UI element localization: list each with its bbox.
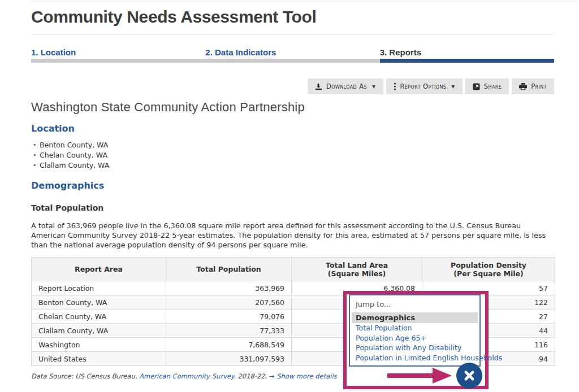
share-icon (473, 83, 480, 90)
page-title: Community Needs Assessment Tool (31, 7, 316, 27)
chevron-down-icon: ▼ (372, 84, 376, 89)
step-progress-bar (31, 59, 554, 63)
column-header-report-area: Report Area (32, 258, 166, 281)
top-divider (31, 1, 577, 2)
download-as-label: Download As (326, 82, 367, 90)
total-population-heading: Total Population (31, 203, 103, 212)
dropdown-item-population-disability[interactable]: Population with Any Disability (350, 343, 479, 353)
close-button[interactable] (456, 363, 482, 389)
title-divider (31, 34, 554, 35)
cell-population: 79,076 (166, 310, 292, 324)
report-options-label: Report Options (400, 82, 447, 90)
cell-report-area: Report Location (32, 281, 166, 295)
column-header-total-population: Total Population (166, 258, 292, 281)
show-more-details-link[interactable]: Show more details (275, 372, 337, 380)
data-source-text: Data Source: US Census Bureau, (31, 372, 139, 380)
location-list: Benton County, WA Chelan County, WA Clal… (33, 140, 109, 171)
cell-population: 363,969 (166, 281, 292, 295)
demographics-section-heading: Demographics (31, 180, 104, 191)
printer-icon (519, 83, 527, 90)
location-section-heading: Location (31, 123, 75, 134)
chevron-down-icon: ▼ (451, 84, 455, 89)
cell-report-area: Washington (32, 338, 166, 352)
community-needs-assessment-page: Community Needs Assessment Tool 1. Locat… (0, 0, 579, 392)
step-tabs: 1. Location 2. Data Indicators 3. Report… (31, 47, 554, 57)
location-list-item: Clallam County, WA (33, 160, 109, 171)
arrow-right-icon: → (269, 372, 275, 380)
cell-report-area: Benton County, WA (32, 295, 166, 310)
population-summary-paragraph: A total of 363,969 people live in the 6,… (31, 221, 556, 250)
dropdown-item-population-age-65[interactable]: Population Age 65+ (350, 333, 479, 343)
share-label: Share (484, 82, 502, 90)
dropdown-item-limited-english[interactable]: Population in Limited English Households (350, 353, 479, 363)
table-header-row: Report Area Total Population Total Land … (32, 258, 555, 281)
column-header-population-density: Population Density(Per Square Mile) (422, 258, 555, 281)
cell-report-area: United States (32, 352, 166, 366)
location-list-item: Benton County, WA (33, 140, 109, 150)
acs-link[interactable]: American Community Survey (139, 372, 234, 380)
download-as-button[interactable]: Download As ▼ (308, 79, 383, 94)
kebab-menu-icon (394, 82, 396, 90)
cell-population: 207,560 (166, 295, 292, 310)
jump-to-placeholder: Jump to... (350, 295, 479, 312)
close-icon (464, 370, 475, 381)
location-list-item: Chelan County, WA (33, 150, 109, 160)
dropdown-selected-demographics[interactable]: Demographics (352, 312, 478, 323)
share-button[interactable]: Share (465, 79, 509, 94)
cell-report-area: Clallam County, WA (32, 324, 166, 338)
jump-to-highlight-popup: Jump to... Demographics Total Population… (343, 291, 489, 389)
dropdown-item-total-population[interactable]: Total Population (350, 323, 479, 333)
cell-population: 331,097,593 (166, 352, 292, 366)
pointer-arrow-icon (387, 366, 453, 385)
data-source-years: . 2018-22. (234, 372, 269, 380)
report-title: Washington State Community Action Partne… (31, 100, 305, 115)
tab-location[interactable]: 1. Location (31, 47, 205, 57)
download-icon (315, 83, 322, 90)
column-header-total-land-area: Total Land Area(Square Miles) (292, 258, 422, 281)
tab-data-indicators[interactable]: 2. Data Indicators (205, 47, 379, 57)
progress-active-segment (380, 59, 554, 63)
cell-population: 77,333 (166, 324, 292, 338)
print-label: Print (531, 82, 547, 90)
progress-inactive-segment (31, 59, 380, 63)
cell-population: 7,688,549 (166, 338, 292, 352)
print-button[interactable]: Print (512, 79, 554, 94)
tab-reports[interactable]: 3. Reports (380, 47, 554, 57)
jump-to-dropdown[interactable]: Jump to... Demographics Total Population… (349, 294, 481, 367)
report-options-button[interactable]: Report Options ▼ (386, 79, 463, 94)
data-source-line: Data Source: US Census Bureau, American … (31, 372, 337, 380)
cell-report-area: Chelan County, WA (32, 310, 166, 324)
report-toolbar: Download As ▼ Report Options ▼ Share Pri… (308, 79, 554, 94)
